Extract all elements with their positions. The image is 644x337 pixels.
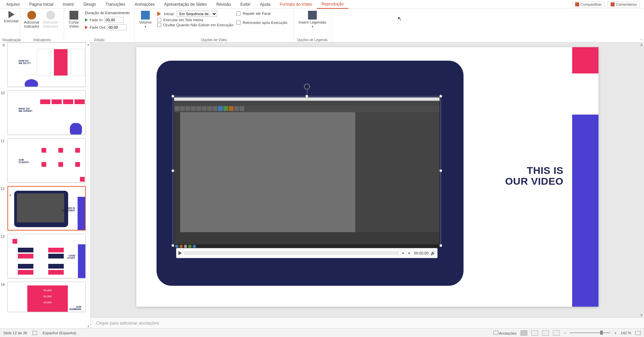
slide-thumb-10[interactable]: WHAT DO WE OFFER? bbox=[7, 90, 86, 135]
share-button[interactable]: Compartilhar bbox=[572, 1, 605, 7]
media-play-button[interactable] bbox=[178, 251, 182, 255]
sel-handle-mr[interactable] bbox=[439, 169, 442, 172]
rotate-handle[interactable] bbox=[304, 84, 310, 90]
slide-canvas[interactable]: THIS IS OUR VIDEO bbox=[136, 47, 598, 307]
view-reading-button[interactable] bbox=[542, 330, 549, 336]
fade-out-icon bbox=[85, 26, 88, 29]
thumb11-title: OUR CLIENTS bbox=[19, 159, 29, 163]
rewind-label: Retroceder após Execução bbox=[243, 21, 287, 25]
play-preview-button[interactable]: Executar bbox=[2, 10, 21, 23]
media-step-fwd[interactable]: ▸ bbox=[407, 251, 412, 255]
fade-in-icon bbox=[85, 18, 88, 22]
slide-thumb-14[interactable]: 50,00080,00020,000 OUR NUMBERS bbox=[7, 282, 86, 312]
video-object-selected[interactable] bbox=[173, 96, 441, 246]
start-opts: Iniciar: Em Sequência de... Executar em … bbox=[157, 10, 233, 27]
canvas-wrap: THIS IS OUR VIDEO bbox=[91, 42, 644, 317]
fit-to-window-button[interactable] bbox=[635, 331, 641, 335]
group-bookmarks-label: Indicadores bbox=[22, 37, 62, 42]
hide-checkbox[interactable] bbox=[157, 23, 161, 27]
editor-scrollbar[interactable]: ▴▾ bbox=[639, 42, 644, 317]
status-bar: Slide 12 de 36 Espanhol (Espanha) Anotaç… bbox=[0, 328, 644, 337]
tab-home[interactable]: Página Inicial bbox=[25, 0, 58, 9]
tab-slideshow[interactable]: Apresentação de Slides bbox=[159, 0, 212, 9]
tab-design[interactable]: Design bbox=[79, 0, 101, 9]
play-icon bbox=[8, 11, 15, 18]
animation-star-icon: ✶ bbox=[9, 193, 11, 197]
thumb-number: 11 bbox=[0, 138, 6, 183]
captions-icon bbox=[308, 11, 317, 20]
editor-area: THIS IS OUR VIDEO bbox=[91, 42, 644, 328]
media-time: 00:00,00 bbox=[414, 251, 428, 255]
fade-title: Duração do Esmaecimento bbox=[85, 11, 130, 15]
menu-tabs: Arquivo Página Inicial Inserir Design Tr… bbox=[1, 0, 348, 9]
loop-label: Repetir até Parar bbox=[243, 11, 271, 16]
slide-thumb-13[interactable]: CASE STUDY bbox=[7, 234, 86, 278]
group-captions-label: Opções de Legenda bbox=[296, 37, 329, 42]
group-video-options-label: Opções de Vídeo bbox=[137, 37, 291, 42]
media-step-back[interactable]: ◂ bbox=[400, 251, 405, 255]
loop-opts: Repetir até Parar Retroceder após Execuç… bbox=[236, 10, 287, 25]
slide-thumb-11[interactable]: OUR CLIENTS bbox=[7, 138, 86, 183]
notes-pane[interactable]: Clique para adicionar anotações bbox=[91, 317, 644, 328]
zoom-in-button[interactable]: + bbox=[614, 331, 616, 335]
decor-pink-square bbox=[572, 47, 598, 73]
tab-view[interactable]: Exibir bbox=[236, 0, 255, 9]
view-sorter-button[interactable] bbox=[531, 330, 538, 336]
thumb12-title: THIS IS OUR VIDEO bbox=[62, 207, 75, 212]
thumbs-scrollbar[interactable]: ▴▾ bbox=[86, 42, 90, 328]
insert-captions-button[interactable]: Inserir Legendas▾ bbox=[296, 10, 329, 28]
zoom-value[interactable]: 142 % bbox=[621, 331, 631, 335]
remove-bookmark-button: Remover Indicador bbox=[41, 10, 60, 28]
comments-label: Comentários bbox=[616, 2, 637, 6]
trim-video-button[interactable]: Cortar Vídeo bbox=[66, 10, 82, 28]
add-bookmark-button[interactable]: Adicionar Indicador bbox=[22, 10, 41, 28]
tab-file[interactable]: Arquivo bbox=[1, 0, 25, 9]
thumb-number: 13 bbox=[0, 234, 6, 278]
tab-transitions[interactable]: Transições bbox=[101, 0, 130, 9]
t14-b: 80,000 bbox=[27, 295, 68, 298]
sel-handle-tr[interactable] bbox=[439, 95, 442, 98]
tab-video-format[interactable]: Formato do Vídeo bbox=[275, 0, 317, 9]
tab-review[interactable]: Revisão bbox=[212, 0, 235, 9]
tab-help[interactable]: Ajuda bbox=[255, 0, 275, 9]
start-select[interactable]: Em Sequência de... bbox=[177, 11, 217, 17]
fade-out-input[interactable] bbox=[108, 24, 127, 30]
slide-thumb-12[interactable]: ✶ THIS IS OUR VIDEO bbox=[7, 186, 86, 231]
thumb13-title: CASE STUDY bbox=[67, 254, 75, 259]
tab-animations[interactable]: Animações bbox=[130, 0, 159, 9]
fade-in-input[interactable] bbox=[105, 17, 123, 23]
thumb-number: 14 bbox=[0, 282, 6, 312]
fade-in-label: Fade In: bbox=[90, 18, 103, 22]
media-seek-track[interactable] bbox=[184, 252, 398, 254]
media-volume-button[interactable]: 🔊 bbox=[430, 251, 435, 255]
fullscreen-checkbox[interactable] bbox=[157, 18, 161, 22]
language-status[interactable]: Espanhol (Espanha) bbox=[43, 331, 76, 335]
slide-title-l2: OUR VIDEO bbox=[505, 176, 563, 187]
slide-title: THIS IS OUR VIDEO bbox=[505, 165, 563, 186]
group-preview-label: Visualização bbox=[2, 37, 18, 42]
share-label: Compartilhar bbox=[581, 2, 602, 6]
fade-duration-block: Duração do Esmaecimento Fade In: Fade Ou… bbox=[85, 10, 130, 30]
remove-bookmark-icon bbox=[46, 11, 55, 20]
fade-out-row: Fade Out: bbox=[85, 24, 130, 30]
volume-button[interactable]: Volume▾ bbox=[137, 10, 154, 28]
thumb10-title: WHAT DO WE OFFER? bbox=[19, 108, 32, 112]
tab-playback[interactable]: Reprodução bbox=[317, 0, 348, 9]
menu-bar: Arquivo Página Inicial Inserir Design Tr… bbox=[0, 0, 644, 9]
slide-thumb-9[interactable]: HOW DO WE DO IT? bbox=[7, 42, 86, 87]
view-slideshow-button[interactable] bbox=[553, 330, 560, 336]
zoom-slider[interactable] bbox=[570, 332, 610, 333]
thumb9-title: HOW DO WE DO IT? bbox=[19, 60, 31, 64]
sel-handle-br[interactable] bbox=[439, 244, 442, 247]
slide-thumbnails-pane: ▴▾ 9 HOW DO WE DO IT? 10 WHAT DO WE OFFE… bbox=[0, 42, 91, 328]
accessibility-icon[interactable] bbox=[32, 331, 37, 335]
slide-counter: Slide 12 de 36 bbox=[3, 331, 27, 335]
zoom-out-button[interactable]: − bbox=[564, 331, 566, 335]
loop-checkbox[interactable] bbox=[236, 11, 241, 16]
rewind-checkbox[interactable] bbox=[236, 21, 241, 25]
tab-insert[interactable]: Inserir bbox=[58, 0, 79, 9]
notes-toggle[interactable]: Anotações bbox=[494, 331, 516, 335]
view-normal-button[interactable] bbox=[521, 330, 527, 336]
comments-button[interactable]: Comentários bbox=[608, 1, 640, 7]
slide-title-l1: THIS IS bbox=[505, 165, 563, 176]
